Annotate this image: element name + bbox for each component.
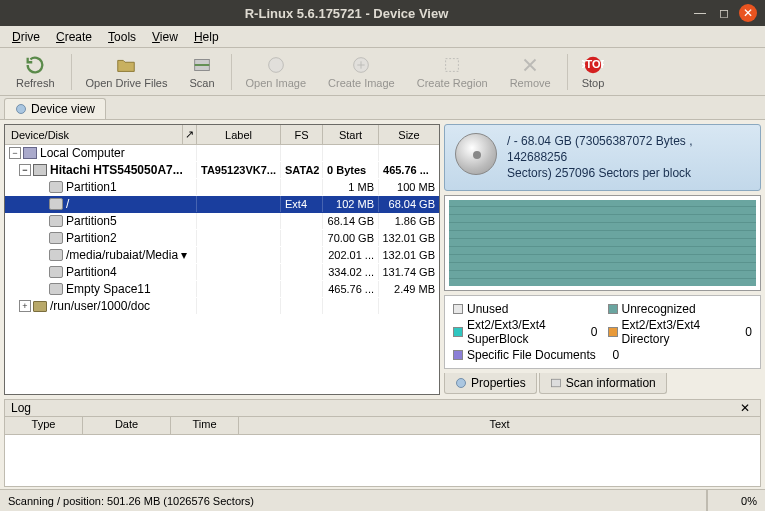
folder-icon — [33, 301, 47, 312]
view-tabs: Device view — [0, 96, 765, 120]
partition-fs — [281, 281, 323, 297]
refresh-button[interactable]: Refresh — [6, 52, 65, 91]
refresh-icon — [24, 54, 46, 76]
tree-partition-row[interactable]: Partition568.14 GB1.86 GB — [5, 213, 439, 230]
col-fs[interactable]: FS — [281, 125, 323, 144]
partition-start: 1 MB — [323, 179, 379, 195]
col-sort[interactable]: ↗ — [183, 125, 197, 144]
tree-doc-label: /run/user/1000/doc — [50, 299, 150, 313]
partition-icon — [49, 215, 63, 227]
partition-fs: Ext4 — [281, 196, 323, 212]
partition-name: / — [66, 197, 69, 211]
menu-tools[interactable]: Tools — [100, 28, 144, 46]
open-image-icon — [265, 54, 287, 76]
create-image-label: Create Image — [328, 77, 395, 89]
partition-name: Partition4 — [66, 265, 117, 279]
partition-name: Partition5 — [66, 214, 117, 228]
tree-partition-row[interactable]: Partition270.00 GB132.01 GB — [5, 230, 439, 247]
menu-view[interactable]: View — [144, 28, 186, 46]
stop-button[interactable]: STOP Stop — [572, 52, 615, 91]
folder-open-icon — [115, 54, 137, 76]
tab-device-view-label: Device view — [31, 102, 95, 116]
log-col-time[interactable]: Time — [171, 417, 239, 434]
partition-fs — [281, 213, 323, 229]
partition-icon — [49, 249, 63, 261]
close-button[interactable]: ✕ — [739, 4, 757, 22]
partition-start: 465.76 ... — [323, 281, 379, 297]
partition-size: 100 MB — [379, 179, 439, 195]
toolbar: Refresh Open Drive Files Scan Open Image… — [0, 48, 765, 96]
partition-label — [197, 264, 281, 280]
tab-scan-information[interactable]: Scan information — [539, 373, 667, 394]
tree-partition-row[interactable]: /media/rubaiat/Media ▾202.01 ...132.01 G… — [5, 247, 439, 264]
tree-partition-row[interactable]: Partition11 MB100 MB — [5, 179, 439, 196]
menu-drive[interactable]: Drive — [4, 28, 48, 46]
device-tree[interactable]: −Local Computer −Hitachi HTS545050A7... … — [5, 145, 439, 394]
svg-point-8 — [457, 379, 466, 388]
scan-legend: Unused Unrecognized Ext2/Ext3/Ext4 Super… — [444, 295, 761, 369]
partition-size: 132.01 GB — [379, 247, 439, 263]
stop-icon: STOP — [582, 54, 604, 76]
tree-partition-row[interactable]: Empty Space11465.76 ...2.49 MB — [5, 281, 439, 298]
device-tree-panel: Device/Disk ↗ Label FS Start Size −Local… — [4, 124, 440, 395]
tree-partition-row[interactable]: /Ext4102 MB68.04 GB — [5, 196, 439, 213]
maximize-button[interactable]: ◻ — [715, 4, 733, 22]
create-region-button[interactable]: Create Region — [407, 52, 498, 91]
create-region-label: Create Region — [417, 77, 488, 89]
menubar: Drive Create Tools View Help — [0, 26, 765, 48]
svg-text:STOP: STOP — [582, 58, 604, 70]
tree-doc-row[interactable]: +/run/user/1000/doc — [5, 298, 439, 315]
menu-create[interactable]: Create — [48, 28, 100, 46]
scan-button[interactable]: Scan — [179, 52, 224, 91]
create-region-icon — [441, 54, 463, 76]
content-area: Device/Disk ↗ Label FS Start Size −Local… — [0, 120, 765, 399]
remove-button[interactable]: Remove — [500, 52, 561, 91]
open-image-label: Open Image — [246, 77, 307, 89]
titlebar: R-Linux 5.6.175721 - Device View — ◻ ✕ — [0, 0, 765, 26]
partition-label — [197, 230, 281, 246]
menu-help[interactable]: Help — [186, 28, 227, 46]
tree-drive-row[interactable]: −Hitachi HTS545050A7... TA95123VK7... SA… — [5, 162, 439, 179]
log-body[interactable] — [5, 435, 760, 486]
partition-label — [197, 247, 281, 263]
partition-label — [197, 213, 281, 229]
scan-info-icon — [550, 377, 562, 389]
scan-map-grid — [449, 200, 756, 286]
partition-size: 132.01 GB — [379, 230, 439, 246]
scan-map[interactable] — [444, 195, 761, 291]
col-device[interactable]: Device/Disk — [5, 125, 183, 144]
device-view-icon — [15, 103, 27, 115]
partition-size: 1.86 GB — [379, 213, 439, 229]
create-image-button[interactable]: Create Image — [318, 52, 405, 91]
computer-icon — [23, 147, 37, 159]
swatch-unrecognized — [608, 304, 618, 314]
partition-label — [197, 196, 281, 212]
tab-properties[interactable]: Properties — [444, 373, 537, 394]
log-col-date[interactable]: Date — [83, 417, 171, 434]
collapse-icon[interactable]: − — [19, 164, 31, 176]
partition-icon — [49, 198, 63, 210]
minimize-button[interactable]: — — [691, 4, 709, 22]
tree-root-row[interactable]: −Local Computer — [5, 145, 439, 162]
col-size[interactable]: Size — [379, 125, 439, 144]
col-start[interactable]: Start — [323, 125, 379, 144]
svg-point-2 — [268, 58, 283, 73]
log-col-text[interactable]: Text — [239, 417, 760, 434]
col-label[interactable]: Label — [197, 125, 281, 144]
open-image-button[interactable]: Open Image — [236, 52, 317, 91]
device-grid-header: Device/Disk ↗ Label FS Start Size — [5, 125, 439, 145]
expand-icon[interactable]: + — [19, 300, 31, 312]
tab-device-view[interactable]: Device view — [4, 98, 106, 119]
open-drive-files-button[interactable]: Open Drive Files — [76, 52, 178, 91]
hdd-icon — [33, 164, 47, 176]
stop-label: Stop — [582, 77, 605, 89]
window-title: R-Linux 5.6.175721 - Device View — [8, 6, 685, 21]
collapse-icon[interactable]: − — [9, 147, 21, 159]
log-panel: Log ✕ Type Date Time Text — [4, 399, 761, 487]
svg-point-7 — [17, 105, 26, 114]
tree-partition-row[interactable]: Partition4334.02 ...131.74 GB — [5, 264, 439, 281]
remove-icon — [519, 54, 541, 76]
log-close-button[interactable]: ✕ — [736, 401, 754, 415]
refresh-label: Refresh — [16, 77, 55, 89]
log-col-type[interactable]: Type — [5, 417, 83, 434]
